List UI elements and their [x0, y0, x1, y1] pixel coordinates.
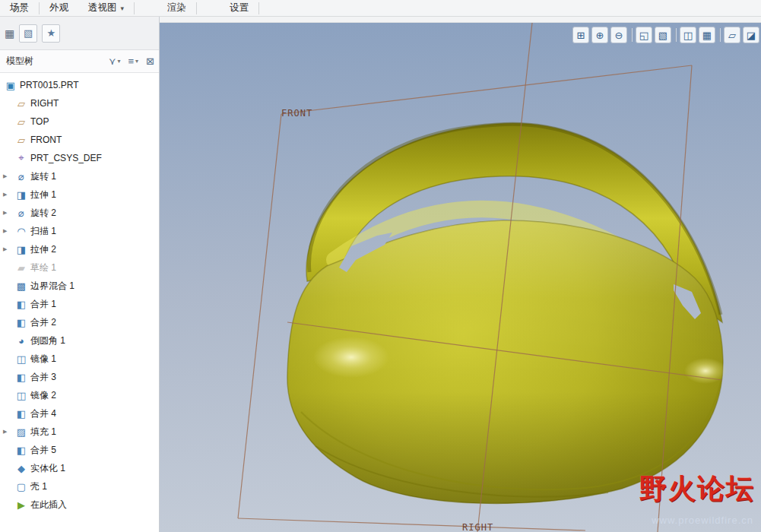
tree-item-merge[interactable]: ▶◧合并 2 — [0, 313, 159, 331]
fill-icon: ▨ — [14, 426, 28, 438]
perspective-icon[interactable]: ◪ — [743, 27, 759, 43]
tree-item-merge[interactable]: ▶◧合并 5 — [0, 441, 159, 459]
merge-icon: ◧ — [14, 408, 28, 420]
expand-arrow-icon[interactable]: ▶ — [3, 246, 14, 252]
tree-item-csys[interactable]: ▶⌖PRT_CSYS_DEF — [0, 149, 159, 167]
tree-item-label: 草绘 1 — [30, 261, 56, 274]
datum-line-front-bottom — [238, 518, 585, 530]
shell-icon: ▢ — [14, 481, 28, 492]
tree-item-merge[interactable]: ▶◧合并 3 — [0, 368, 159, 386]
tree-item-fill[interactable]: ▶▨填充 1 — [0, 423, 159, 441]
tree-item-label: 扫描 1 — [30, 225, 56, 238]
tree-item-label: PRT0015.PRT — [20, 80, 79, 90]
menu-tab-perspective[interactable]: 透视图▾ — [78, 0, 134, 17]
tree-item-revolve[interactable]: ▶⌀旋转 1 — [0, 167, 159, 185]
zoom-out-icon[interactable]: ⊖ — [610, 27, 627, 43]
expand-arrow-icon[interactable]: ▶ — [3, 173, 14, 179]
menu-tab-render[interactable]: 渲染 — [157, 0, 196, 17]
folder-browser-icon[interactable]: ▧ — [19, 24, 37, 43]
refit-icon[interactable]: ◱ — [636, 27, 652, 43]
menubar: 场景外观透视图▾渲染设置 — [0, 0, 761, 17]
watermark: 野火论坛 — [639, 470, 755, 508]
tree-item-shell[interactable]: ▶▢壳 1 — [0, 477, 159, 496]
navigator-toolbar: ▦▧★ — [0, 17, 159, 50]
chevron-down-icon: ▾ — [117, 58, 120, 65]
tree-item-label: 旋转 1 — [30, 170, 56, 183]
toolbar-separator — [719, 28, 720, 42]
tree-item-label: RIGHT — [30, 98, 59, 109]
mirror-icon: ◫ — [14, 390, 28, 401]
tree-item-sketch[interactable]: ▶▰草绘 1 — [0, 258, 159, 277]
right-plane-label[interactable]: RIGHT — [462, 522, 493, 532]
zoom-region-icon[interactable]: ⊞ — [572, 27, 589, 43]
tree-settings-icon[interactable]: ≡▾ — [128, 55, 138, 67]
tree-item-label: 合并 1 — [30, 298, 56, 311]
expand-arrow-icon[interactable]: ▶ — [3, 228, 14, 234]
favorites-icon[interactable]: ★ — [42, 24, 60, 43]
tree-item-round[interactable]: ▶◕倒圆角 1 — [0, 331, 159, 350]
datum-plane-icon: ▱ — [14, 98, 28, 109]
insert-here-icon: ▶ — [14, 499, 28, 511]
datum-display-icon[interactable]: ▱ — [724, 27, 740, 43]
expand-arrow-icon[interactable]: ▶ — [3, 429, 14, 435]
tree-header-icons: ⋎▾≡▾⊠ — [101, 55, 154, 67]
tree-item-label: 旋转 2 — [30, 207, 56, 220]
tree-item-label: 合并 5 — [30, 444, 56, 457]
extrude-icon: ◨ — [14, 244, 28, 255]
boundary-blend-icon: ▩ — [14, 280, 28, 292]
watermark-url: www.proewildfire.cn — [652, 515, 753, 526]
panel-pin-icon[interactable]: ⊠ — [146, 55, 154, 67]
solidify-icon: ◆ — [14, 463, 28, 474]
menubar-separator — [196, 2, 197, 14]
tree-item-extrude[interactable]: ▶◨拉伸 1 — [0, 185, 159, 204]
toolbar-separator — [675, 28, 676, 42]
viewport-top-strip — [160, 17, 761, 23]
navigator-grid-icon[interactable]: ▦ — [5, 27, 14, 40]
tree-item-label: 镜像 2 — [30, 389, 56, 402]
csys-icon: ⌖ — [14, 152, 28, 164]
tree-item-boundary-blend[interactable]: ▶▩边界混合 1 — [0, 277, 159, 295]
datum-plane-icon: ▱ — [14, 135, 28, 146]
tree-item-merge[interactable]: ▶◧合并 1 — [0, 295, 159, 313]
round-icon: ◕ — [14, 335, 28, 347]
tree-item-part[interactable]: ▣PRT0015.PRT — [0, 76, 159, 94]
expand-arrow-icon[interactable]: ▶ — [3, 210, 14, 216]
merge-icon: ◧ — [14, 317, 28, 328]
merge-icon: ◧ — [14, 445, 28, 456]
tree-item-datum-plane[interactable]: ▶▱TOP — [0, 112, 159, 131]
model-tree-panel: ▦▧★ 模型树 ⋎▾≡▾⊠ ▣PRT0015.PRT▶▱RIGHT▶▱TOP▶▱… — [0, 17, 160, 532]
menu-tab-setup[interactable]: 设置 — [220, 0, 258, 17]
sketch-icon: ▰ — [14, 262, 28, 274]
merge-icon: ◧ — [14, 299, 28, 310]
tree-item-label: PRT_CSYS_DEF — [30, 153, 102, 163]
display-style-icon[interactable]: ◫ — [680, 27, 696, 43]
front-plane-label[interactable]: FRONT — [281, 108, 312, 119]
saved-orientations-icon[interactable]: ▦ — [699, 27, 715, 43]
tree-item-insert-here[interactable]: ▶▶在此插入 — [0, 496, 159, 514]
tree-item-merge[interactable]: ▶◧合并 4 — [0, 404, 159, 423]
expand-arrow-icon[interactable]: ▶ — [3, 192, 14, 198]
tree-item-sweep[interactable]: ▶◠扫描 1 — [0, 222, 159, 240]
graphics-viewport[interactable]: FRONT RIGHT ⊞⊕⊖◱▧◫▦▱◪ 野火论坛 www.proewildf… — [160, 17, 761, 532]
tree-header: 模型树 ⋎▾≡▾⊠ — [0, 50, 159, 73]
repaint-icon[interactable]: ▧ — [655, 27, 671, 43]
tree-item-solidify[interactable]: ▶◆实体化 1 — [0, 459, 159, 477]
tree-item-label: 填充 1 — [30, 426, 56, 439]
tree-item-label: FRONT — [30, 135, 62, 145]
model-tree: ▣PRT0015.PRT▶▱RIGHT▶▱TOP▶▱FRONT▶⌖PRT_CSY… — [0, 73, 159, 532]
tree-item-extrude[interactable]: ▶◨拉伸 2 — [0, 240, 159, 258]
tree-item-datum-plane[interactable]: ▶▱FRONT — [0, 131, 159, 149]
tree-filter-icon[interactable]: ⋎▾ — [109, 55, 121, 67]
menu-tab-scene[interactable]: 场景 — [0, 0, 39, 17]
tree-item-revolve[interactable]: ▶⌀旋转 2 — [0, 204, 159, 222]
menu-tab-appearance[interactable]: 外观 — [40, 0, 78, 17]
menubar-separator — [258, 2, 259, 14]
tree-item-mirror[interactable]: ▶◫镜像 2 — [0, 386, 159, 404]
datum-plane-icon: ▱ — [14, 116, 28, 128]
datum-line-front-top — [281, 65, 692, 114]
zoom-in-icon[interactable]: ⊕ — [591, 27, 608, 43]
tree-item-datum-plane[interactable]: ▶▱RIGHT — [0, 94, 159, 112]
tree-item-mirror[interactable]: ▶◫镜像 1 — [0, 350, 159, 368]
tree-item-label: TOP — [30, 116, 49, 127]
sweep-icon: ◠ — [14, 226, 28, 237]
